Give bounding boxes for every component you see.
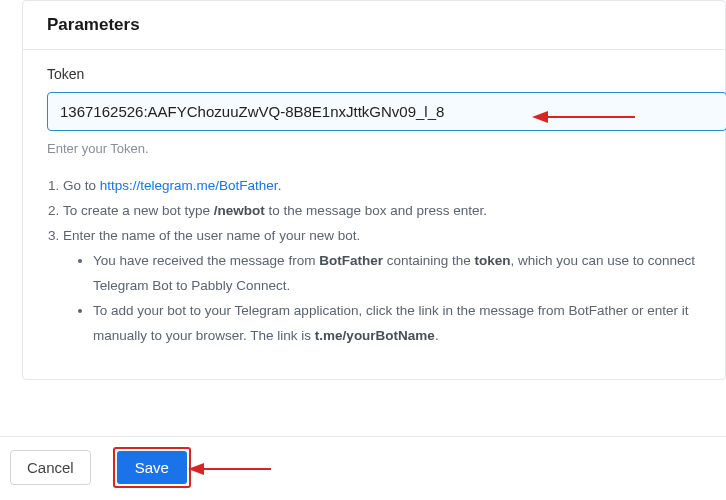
instruction-step-1: Go to https://telegram.me/BotFather. [63, 174, 725, 199]
b1-a: You have received the message from [93, 253, 319, 268]
save-button[interactable]: Save [117, 451, 187, 484]
token-helper-text: Enter your Token. [47, 141, 725, 156]
save-button-highlight: Save [113, 447, 191, 488]
botfather-link[interactable]: https://telegram.me/BotFather [100, 178, 278, 193]
instruction-bullet-2: To add your bot to your Telegram applica… [93, 299, 725, 349]
instruction-step-2: To create a new bot type /newbot to the … [63, 199, 725, 224]
b1-b: BotFather [319, 253, 383, 268]
b1-d: token [474, 253, 510, 268]
parameters-panel: Parameters Token Enter your Token. Go to… [22, 0, 726, 380]
panel-header: Parameters [23, 1, 725, 50]
footer-bar: Cancel Save [0, 436, 726, 500]
b2-b: t.me/yourBotName [315, 328, 435, 343]
instruction-bullet-1: You have received the message from BotFa… [93, 249, 725, 299]
token-input-wrap [47, 92, 725, 131]
step1-prefix: Go to [63, 178, 100, 193]
b2-c: . [435, 328, 439, 343]
step2-suffix: to the message box and press enter. [265, 203, 487, 218]
panel-body: Token Enter your Token. Go to https://te… [23, 50, 725, 379]
token-input[interactable] [47, 92, 726, 131]
instruction-step-3: Enter the name of the user name of your … [63, 224, 725, 249]
panel-title: Parameters [47, 15, 701, 35]
step1-suffix: . [278, 178, 282, 193]
instructions-block: Go to https://telegram.me/BotFather. To … [47, 174, 725, 349]
b1-c: containing the [383, 253, 475, 268]
newbot-command: /newbot [214, 203, 265, 218]
step2-prefix: To create a new bot type [63, 203, 214, 218]
token-label: Token [47, 66, 725, 82]
cancel-button[interactable]: Cancel [10, 450, 91, 485]
